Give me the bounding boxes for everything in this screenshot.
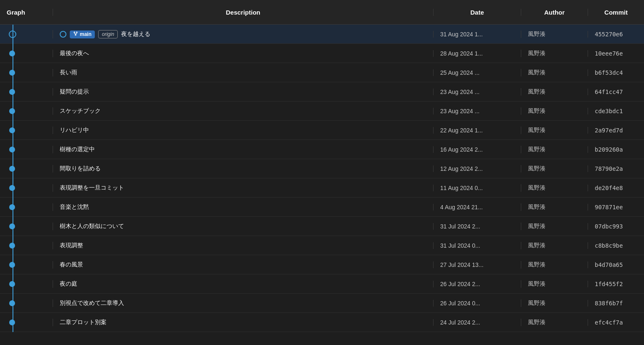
date-cell: 26 Jul 2024 2...: [433, 281, 521, 287]
commit-message: 二章プロット別案: [60, 319, 106, 326]
commit-message: 表現調整: [60, 242, 83, 249]
description-cell: 別視点で改めて二章導入: [53, 299, 433, 307]
author-cell: 風野湊: [521, 107, 588, 115]
graph-cell: [0, 178, 53, 198]
commit-message: 別視点で改めて二章導入: [60, 299, 124, 307]
graph-cell: [0, 198, 53, 217]
date-cell: 12 Aug 2024 2...: [433, 165, 521, 172]
commit-message: 春の風景: [60, 261, 83, 269]
commit-message: 長い雨: [60, 69, 77, 76]
date-cell: 26 Jul 2024 0...: [433, 300, 521, 307]
header-description: Description: [53, 9, 433, 16]
commit-message: 表現調整を一旦コミット: [60, 184, 124, 192]
branch-tag-main[interactable]: main: [70, 30, 95, 38]
graph-dot-filled: [9, 281, 15, 287]
table-row[interactable]: 春の風景27 Jul 2024 13...風野湊b4d70a65: [0, 255, 644, 274]
graph-dot-filled: [9, 243, 15, 249]
commit-hash-cell: 455270e6: [588, 31, 644, 38]
commit-hash-cell: de20f4e8: [588, 185, 644, 191]
graph-dot-filled: [9, 147, 15, 152]
author-cell: 風野湊: [521, 223, 588, 230]
table-row[interactable]: 長い雨25 Aug 2024 ...風野湊b6f53dc4: [0, 63, 644, 82]
graph-dot-filled: [9, 300, 15, 306]
graph-cell: [0, 82, 53, 101]
author-cell: 風野湊: [521, 280, 588, 288]
author-cell: 風野湊: [521, 30, 588, 38]
table-row[interactable]: 樹種の選定中16 Aug 2024 2...風野湊b209260a: [0, 140, 644, 159]
commit-message: 夜を越える: [121, 30, 150, 38]
table-row[interactable]: スケッチブック23 Aug 2024 ...風野湊cde3bdc1: [0, 101, 644, 121]
branch-icon: [73, 31, 78, 38]
table-row[interactable]: 表現調整を一旦コミット11 Aug 2024 0...風野湊de20f4e8: [0, 178, 644, 198]
table-row[interactable]: 夜の庭26 Jul 2024 2...風野湊1fd455f2: [0, 274, 644, 294]
table-body: mainorigin夜を越える31 Aug 2024 1...風野湊455270…: [0, 25, 644, 332]
commit-hash-cell: b209260a: [588, 146, 644, 153]
table-row[interactable]: 疑問の提示23 Aug 2024 ...風野湊64f1cc47: [0, 82, 644, 101]
graph-dot-filled: [9, 223, 15, 229]
description-cell: 春の風景: [53, 261, 433, 269]
graph-dot-filled: [9, 70, 15, 76]
date-cell: 31 Jul 2024 0...: [433, 242, 521, 249]
commit-hash-cell: c8b8c9be: [588, 242, 644, 249]
commit-message: 最後の夜へ: [60, 50, 89, 57]
commit-message: スケッチブック: [60, 107, 101, 115]
commit-hash-cell: 2a97ed7d: [588, 127, 644, 134]
graph-cell: [0, 274, 53, 294]
description-cell: 長い雨: [53, 69, 433, 76]
date-cell: 28 Aug 2024 1...: [433, 50, 521, 57]
date-cell: 16 Aug 2024 2...: [433, 146, 521, 153]
commit-message: リハビリ中: [60, 127, 89, 134]
author-cell: 風野湊: [521, 146, 588, 153]
table-row[interactable]: 別視点で改めて二章導入26 Jul 2024 0...風野湊838f6b7f: [0, 294, 644, 313]
date-cell: 25 Aug 2024 ...: [433, 69, 521, 76]
commit-message: 夜の庭: [60, 280, 77, 288]
graph-cell: [0, 140, 53, 159]
description-cell: 間取りを詰める: [53, 165, 433, 172]
commit-hash-cell: cde3bdc1: [588, 108, 644, 114]
date-cell: 23 Aug 2024 ...: [433, 108, 521, 114]
table-row[interactable]: リハビリ中22 Aug 2024 1...風野湊2a97ed7d: [0, 121, 644, 140]
graph-dot-hollow: [9, 30, 16, 38]
graph-dot-filled: [9, 108, 15, 114]
date-cell: 27 Jul 2024 13...: [433, 261, 521, 268]
date-cell: 31 Jul 2024 2...: [433, 223, 521, 230]
origin-tag[interactable]: origin: [98, 30, 118, 38]
graph-dot-filled: [9, 166, 15, 172]
description-cell: 樹種の選定中: [53, 146, 433, 153]
commit-hash-cell: b4d70a65: [588, 261, 644, 268]
description-cell: 樹木と人の類似について: [53, 223, 433, 230]
table-row[interactable]: 最後の夜へ28 Aug 2024 1...風野湊10eee76e: [0, 44, 644, 63]
table-row[interactable]: 表現調整31 Jul 2024 0...風野湊c8b8c9be: [0, 236, 644, 255]
description-cell: 二章プロット別案: [53, 319, 433, 326]
description-cell: 表現調整: [53, 242, 433, 249]
graph-dot-filled: [9, 51, 15, 56]
table-row[interactable]: mainorigin夜を越える31 Aug 2024 1...風野湊455270…: [0, 25, 644, 44]
date-cell: 24 Jul 2024 2...: [433, 319, 521, 326]
graph-cell: [0, 217, 53, 236]
author-cell: 風野湊: [521, 319, 588, 326]
graph-cell: [0, 63, 53, 82]
commit-hash-cell: b6f53dc4: [588, 69, 644, 76]
table-header: Graph Description Date Author Commit: [0, 0, 644, 25]
author-cell: 風野湊: [521, 127, 588, 134]
date-cell: 4 Aug 2024 21...: [433, 204, 521, 211]
description-cell: 表現調整を一旦コミット: [53, 184, 433, 192]
graph-dot-filled: [9, 89, 15, 95]
header-author: Author: [521, 9, 588, 16]
description-cell: 夜の庭: [53, 280, 433, 288]
author-cell: 風野湊: [521, 50, 588, 57]
date-cell: 23 Aug 2024 ...: [433, 89, 521, 95]
date-cell: 31 Aug 2024 1...: [433, 31, 521, 38]
commit-hash-cell: 78790e2a: [588, 165, 644, 172]
header-date: Date: [433, 9, 521, 16]
table-row[interactable]: 間取りを詰める12 Aug 2024 2...風野湊78790e2a: [0, 159, 644, 178]
description-cell: 音楽と沈黙: [53, 203, 433, 211]
graph-dot-filled: [9, 262, 15, 268]
table-row[interactable]: 樹木と人の類似について31 Jul 2024 2...風野湊07dbc993: [0, 217, 644, 236]
table-row[interactable]: 音楽と沈黙4 Aug 2024 21...風野湊907871ee: [0, 198, 644, 217]
header-commit: Commit: [588, 9, 644, 16]
table-row[interactable]: 二章プロット別案24 Jul 2024 2...風野湊efc4cf7a: [0, 313, 644, 332]
graph-cell: [0, 313, 53, 332]
commit-message: 音楽と沈黙: [60, 203, 89, 211]
graph-dot-filled: [9, 204, 15, 210]
